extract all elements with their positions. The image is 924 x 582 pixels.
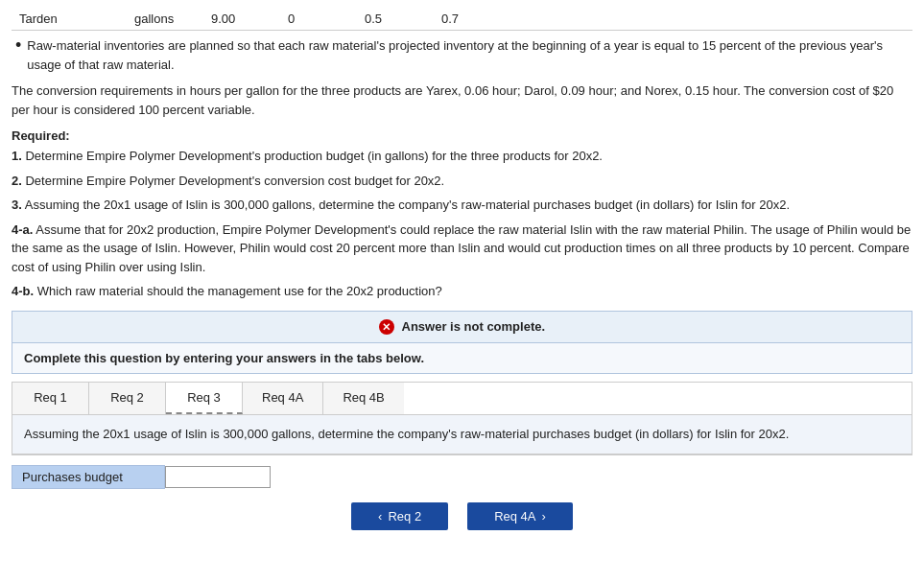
req-num-4a: 4-a. (12, 222, 33, 237)
purchases-label: Purchases budget (12, 465, 165, 489)
bullet-text: Raw-material inventories are planned so … (27, 36, 912, 74)
tab-content: Assuming the 20x1 usage of Islin is 300,… (12, 415, 912, 454)
table-cell-unit: gallons (127, 10, 203, 28)
req-text-4a: Assume that for 20x2 production, Empire … (12, 222, 911, 274)
req-item-2: 2. Determine Empire Polymer Development'… (12, 172, 912, 191)
nav-buttons: ‹ Req 2 Req 4A › (12, 502, 912, 530)
req-item-4a: 4-a. Assume that for 20x2 production, Em… (12, 221, 912, 277)
complete-box: Complete this question by entering your … (12, 343, 912, 374)
next-button[interactable]: Req 4A › (467, 502, 573, 530)
table-cell-val1: 9.00 (203, 10, 280, 28)
req-item-4b: 4-b. Which raw material should the manag… (12, 282, 912, 301)
complete-text: Complete this question by entering your … (24, 351, 424, 365)
required-title: Required: (12, 128, 912, 143)
req-text-2: Determine Empire Polymer Development's c… (25, 174, 444, 188)
req-item-1: 1. Determine Empire Polymer Development'… (12, 147, 912, 166)
tab-req4a[interactable]: Req 4A (243, 383, 323, 414)
purchases-row: Purchases budget (12, 465, 912, 489)
table-row: Tarden gallons 9.00 0 0.5 0.7 (12, 8, 912, 31)
tabs-container: Req 1 Req 2 Req 3 Req 4A Req 4B Assuming… (12, 382, 912, 455)
tab-req4b[interactable]: Req 4B (323, 383, 403, 414)
table-cell-val4: 0.7 (434, 10, 510, 28)
required-section: Required: 1. Determine Empire Polymer De… (12, 128, 912, 301)
answer-box: ✕ Answer is not complete. (12, 311, 912, 344)
table-cell-name: Tarden (12, 10, 127, 28)
req-item-3: 3. Assuming the 20x1 usage of Islin is 3… (12, 196, 912, 215)
next-arrow-icon: › (542, 509, 546, 524)
error-icon: ✕ (379, 319, 394, 335)
prev-button[interactable]: ‹ Req 2 (351, 502, 448, 530)
req-num-4b: 4-b. (12, 284, 34, 298)
req-num-2: 2. (12, 174, 22, 188)
tab-req2[interactable]: Req 2 (89, 383, 166, 414)
bullet-icon: • (15, 36, 21, 74)
answer-text: Answer is not complete. (402, 319, 546, 334)
req-text-3: Assuming the 20x1 usage of Islin is 300,… (25, 198, 790, 212)
tab-req1[interactable]: Req 1 (12, 383, 89, 414)
tab-req3[interactable]: Req 3 (166, 383, 243, 414)
table-cell-val2: 0 (280, 10, 357, 28)
bullet-item: • Raw-material inventories are planned s… (12, 36, 912, 74)
tabs-row: Req 1 Req 2 Req 3 Req 4A Req 4B (12, 383, 912, 415)
req-text-1: Determine Empire Polymer Development's p… (25, 149, 603, 163)
req-num-1: 1. (12, 149, 22, 163)
conversion-paragraph: The conversion requirements in hours per… (12, 81, 912, 119)
table-cell-val3: 0.5 (357, 10, 434, 28)
purchases-input[interactable] (165, 466, 271, 488)
req-num-3: 3. (12, 198, 22, 212)
next-label: Req 4A (494, 509, 535, 524)
prev-arrow-icon: ‹ (378, 509, 382, 524)
prev-label: Req 2 (388, 509, 421, 524)
req-text-4b: Which raw material should the management… (37, 284, 442, 298)
